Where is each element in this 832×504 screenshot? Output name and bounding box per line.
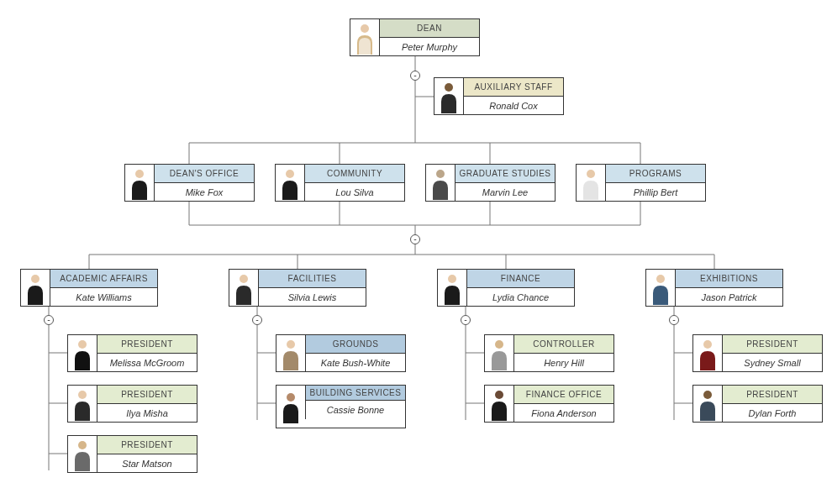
node-programs[interactable]: PROGRAMS Phillip Bert: [576, 164, 706, 202]
collapse-toggle-finance[interactable]: -: [461, 315, 471, 325]
node-title: PRESIDENT: [722, 335, 822, 354]
node-building-services[interactable]: BUILDING SERVICES Cassie Bonne: [276, 385, 406, 428]
avatar: [485, 335, 513, 371]
node-name: Phillip Bert: [605, 183, 705, 202]
avatar: [693, 335, 722, 371]
node-name: Sydney Small: [722, 354, 822, 372]
avatar: [125, 165, 154, 201]
node-title: CONTROLLER: [513, 335, 613, 354]
collapse-toggle-tier2[interactable]: -: [410, 234, 420, 244]
node-title: PROGRAMS: [605, 165, 705, 183]
avatar: [646, 270, 675, 306]
node-title: ACADEMIC AFFAIRS: [50, 270, 157, 288]
svg-point-48: [495, 391, 503, 399]
svg-point-43: [78, 391, 87, 399]
collapse-toggle-dean[interactable]: -: [410, 71, 420, 81]
svg-point-46: [287, 393, 295, 402]
avatar: [229, 270, 258, 306]
avatar: [68, 335, 97, 371]
node-name: Star Matson: [97, 454, 197, 473]
node-facilities[interactable]: FACILITIES Silvia Lewis: [229, 269, 366, 307]
node-dean[interactable]: DEAN Peter Murphy: [350, 18, 480, 56]
node-name: Melissa McGroom: [97, 354, 197, 372]
node-name: Jason Patrick: [675, 288, 782, 307]
node-controller[interactable]: CONTROLLER Henry Hill: [484, 334, 614, 372]
avatar: [434, 78, 463, 114]
node-academic-affairs[interactable]: ACADEMIC AFFAIRS Kate Williams: [20, 269, 158, 307]
node-name: Cassie Bonne: [305, 401, 405, 419]
node-exh-president-2[interactable]: PRESIDENT Dylan Forth: [692, 385, 823, 423]
node-president-2[interactable]: PRESIDENT Ilya Misha: [67, 385, 197, 423]
node-title: PRESIDENT: [97, 335, 197, 354]
node-name: Silvia Lewis: [258, 288, 366, 307]
node-name: Lydia Chance: [466, 288, 574, 307]
svg-point-35: [286, 170, 294, 178]
svg-point-33: [445, 83, 453, 92]
avatar: [438, 270, 466, 306]
svg-point-45: [287, 340, 295, 349]
node-title: PRESIDENT: [97, 436, 197, 454]
node-title: FACILITIES: [258, 270, 366, 288]
node-title: FINANCE OFFICE: [513, 386, 613, 404]
svg-point-37: [587, 170, 595, 178]
node-grounds[interactable]: GROUNDS Kate Bush-White: [276, 334, 406, 372]
node-name: Fiona Anderson: [513, 404, 613, 423]
node-finance[interactable]: FINANCE Lydia Chance: [437, 269, 575, 307]
node-finance-office[interactable]: FINANCE OFFICE Fiona Anderson: [484, 385, 614, 423]
svg-point-39: [240, 275, 248, 283]
node-president-1[interactable]: PRESIDENT Melissa McGroom: [67, 334, 197, 372]
svg-point-47: [495, 340, 503, 349]
avatar: [21, 270, 50, 306]
node-community[interactable]: COMMUNITY Lou Silva: [275, 164, 405, 202]
avatar: [276, 386, 305, 428]
node-title: PRESIDENT: [97, 386, 197, 404]
svg-point-38: [31, 275, 39, 283]
node-title: EXHIBITIONS: [675, 270, 782, 288]
svg-point-44: [78, 441, 87, 449]
node-exhibitions[interactable]: EXHIBITIONS Jason Patrick: [645, 269, 783, 307]
avatar: [485, 386, 513, 422]
node-name: Lou Silva: [304, 183, 404, 202]
node-title: AUXILIARY STAFF: [463, 78, 563, 97]
avatar: [577, 165, 605, 201]
node-name: Henry Hill: [513, 354, 613, 372]
node-name: Marvin Lee: [455, 183, 555, 202]
avatar: [426, 165, 455, 201]
node-name: Kate Williams: [50, 288, 157, 307]
svg-point-49: [703, 340, 712, 349]
node-exh-president-1[interactable]: PRESIDENT Sydney Small: [692, 334, 823, 372]
node-deans-office[interactable]: DEAN'S OFFICE Mike Fox: [124, 164, 255, 202]
node-name: Mike Fox: [154, 183, 254, 202]
collapse-toggle-academic[interactable]: -: [44, 315, 54, 325]
collapse-toggle-exhibitions[interactable]: -: [669, 315, 679, 325]
node-title: DEAN: [379, 19, 479, 38]
svg-point-36: [436, 170, 445, 178]
avatar: [68, 386, 97, 422]
collapse-toggle-facilities[interactable]: -: [252, 315, 262, 325]
node-graduate-studies[interactable]: GRADUATE STUDIES Marvin Lee: [425, 164, 556, 202]
node-title: BUILDING SERVICES: [305, 386, 405, 401]
node-name: Dylan Forth: [722, 404, 822, 423]
node-name: Ilya Misha: [97, 404, 197, 423]
avatar: [276, 165, 304, 201]
node-title: GRADUATE STUDIES: [455, 165, 555, 183]
svg-point-40: [448, 275, 456, 283]
node-title: DEAN'S OFFICE: [154, 165, 254, 183]
node-title: GROUNDS: [305, 335, 405, 354]
node-name: Kate Bush-White: [305, 354, 405, 372]
svg-point-50: [703, 391, 712, 399]
node-president-3[interactable]: PRESIDENT Star Matson: [67, 435, 197, 473]
svg-point-32: [361, 24, 369, 33]
node-auxiliary-staff[interactable]: AUXILIARY STAFF Ronald Cox: [434, 77, 564, 115]
svg-point-41: [656, 275, 665, 283]
avatar: [350, 19, 379, 55]
avatar: [276, 335, 305, 371]
node-name: Ronald Cox: [463, 97, 563, 115]
node-title: PRESIDENT: [722, 386, 822, 404]
avatar: [68, 436, 97, 472]
svg-point-34: [135, 170, 144, 178]
avatar: [693, 386, 722, 422]
node-title: FINANCE: [466, 270, 574, 288]
node-name: Peter Murphy: [379, 38, 479, 56]
node-title: COMMUNITY: [304, 165, 404, 183]
